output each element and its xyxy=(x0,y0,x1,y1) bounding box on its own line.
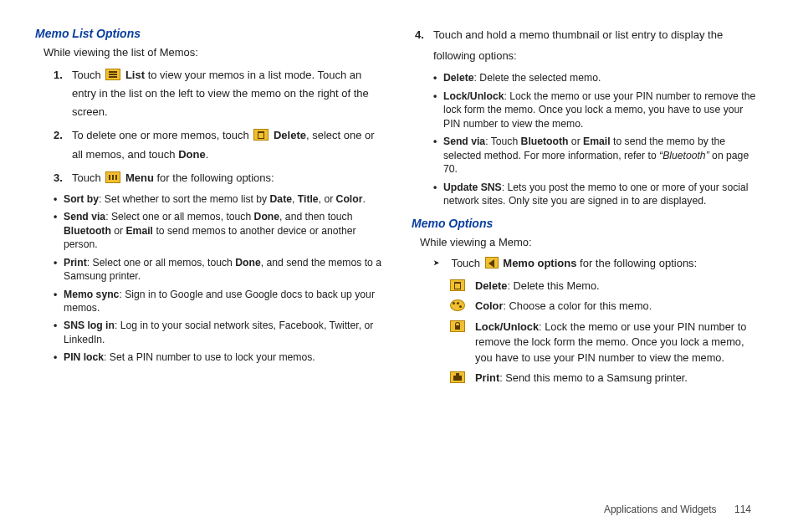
option-memo-sync: Memo sync: Sign in to Google and use Goo… xyxy=(54,288,386,315)
list-icon xyxy=(105,69,120,80)
opt-name: Lock/Unlock xyxy=(443,90,504,102)
step-text: for the following options: xyxy=(154,171,274,184)
opt-text: : Select one or all memos, touch xyxy=(87,257,235,269)
heading-memo-options: Memo Options xyxy=(412,215,763,232)
heading-memo-list-options: Memo List Options xyxy=(35,25,386,42)
intro-text: While viewing the list of Memos: xyxy=(43,45,386,61)
hold-option-delete: Delete: Delete the selected memo. xyxy=(433,71,763,84)
hold-option-lock-unlock: Lock/Unlock: Lock the memo or use your P… xyxy=(433,90,763,130)
step-text: Touch xyxy=(72,171,104,184)
section-name: Applications and Widgets xyxy=(604,504,717,515)
step-text: Touch xyxy=(72,69,104,81)
option-pin-lock: PIN lock: Set a PIN number to use to loc… xyxy=(54,350,386,364)
opt-text: : Set a PIN number to use to lock your m… xyxy=(104,351,315,363)
opt-name: Print xyxy=(475,371,499,384)
option-sort-by: Sort by: Set whether to sort the memo li… xyxy=(54,192,386,206)
opt-text: : Send this memo to a Samsung printer. xyxy=(499,371,688,384)
delete-icon xyxy=(253,129,269,141)
opt-key: Bluetooth xyxy=(521,136,569,147)
hold-option-update-sns: Update SNS: Lets you post the memo to on… xyxy=(433,181,763,208)
manual-page: Memo List Options While viewing the list… xyxy=(0,0,798,532)
page-footer: Applications and Widgets 114 xyxy=(604,504,751,515)
step-number: 3. xyxy=(54,169,63,187)
palette-icon xyxy=(450,299,465,311)
hold-option-send-via: Send via: Touch Bluetooth or Email to se… xyxy=(433,135,763,176)
hold-options-list: Delete: Delete the selected memo. Lock/U… xyxy=(433,71,763,207)
opt-key: Bluetooth xyxy=(64,225,111,237)
opt-text: : Choose a color for this memo. xyxy=(503,299,652,312)
done-label: Done xyxy=(178,148,206,161)
menu-label: Menu xyxy=(122,171,154,184)
menu-options-list: Sort by: Set whether to sort the memo li… xyxy=(54,192,386,365)
opt-name: Memo sync xyxy=(64,289,119,300)
opt-name: Sort by xyxy=(64,193,99,205)
reference-italic: “Bluetooth” xyxy=(659,150,712,161)
delete-label: Delete xyxy=(270,129,306,141)
opt-key: Done xyxy=(235,257,260,269)
delete-icon xyxy=(450,279,465,291)
memo-options-label: Memo options xyxy=(500,257,577,269)
step-number: 4. xyxy=(415,25,424,46)
opt-name: Send via xyxy=(443,136,485,147)
memo-option-delete: Delete: Delete this Memo. xyxy=(448,279,763,294)
opt-key: Date xyxy=(270,193,292,205)
opt-name: Send via xyxy=(64,211,105,223)
touch-text: Touch xyxy=(451,257,483,269)
opt-name: Print xyxy=(64,257,87,269)
opt-name: Delete xyxy=(443,72,474,84)
opt-name: Lock/Unlock xyxy=(475,320,539,333)
option-send-via: Send via: Select one or all memos, touch… xyxy=(54,210,386,251)
intro-text-2: While viewing a Memo: xyxy=(420,235,763,251)
step-number: 2. xyxy=(54,126,63,145)
memo-option-color: Color: Choose a color for this memo. xyxy=(448,299,763,315)
opt-key: Email xyxy=(583,136,611,147)
two-column-layout: Memo List Options While viewing the list… xyxy=(35,25,763,494)
memo-option-print: Print: Send this memo to a Samsung print… xyxy=(448,371,763,386)
right-column: 4. Touch and hold a memo thumbnail or li… xyxy=(412,25,763,494)
opt-text: or xyxy=(111,225,126,237)
opt-key: Done xyxy=(254,211,279,223)
option-print: Print: Select one or all memos, touch Do… xyxy=(54,256,386,284)
step-2: 2. To delete one or more memos, touch De… xyxy=(54,126,386,163)
step-3: 3. Touch Menu for the following options: xyxy=(54,169,386,187)
step-number: 1. xyxy=(54,66,63,84)
opt-text: . xyxy=(362,193,365,205)
opt-key: Email xyxy=(125,225,153,237)
step-4: 4. Touch and hold a memo thumbnail or li… xyxy=(415,25,763,66)
opt-text: , or xyxy=(319,193,336,205)
step-text: Touch and hold a memo thumbnail or list … xyxy=(433,28,723,62)
opt-text: , xyxy=(292,193,298,205)
touch-text: for the following options: xyxy=(576,257,697,269)
opt-name: Color xyxy=(475,299,503,312)
numbered-steps-continued: 4. Touch and hold a memo thumbnail or li… xyxy=(415,25,763,66)
step-1: 1. Touch List to view your memos in a li… xyxy=(54,66,386,121)
numbered-steps: 1. Touch List to view your memos in a li… xyxy=(54,66,386,187)
opt-key: Title xyxy=(298,193,319,205)
opt-name: SNS log in xyxy=(64,320,115,331)
step-text: . xyxy=(206,148,209,161)
print-icon xyxy=(450,371,465,383)
opt-text: : Delete this Memo. xyxy=(507,279,599,292)
opt-text: : Touch xyxy=(485,136,520,147)
list-label: List xyxy=(122,69,145,81)
menu-icon xyxy=(105,171,120,183)
opt-text: : Set whether to sort the memo list by xyxy=(99,193,270,205)
step-text: To delete one or more memos, touch xyxy=(72,129,252,141)
option-sns-login: SNS log in: Log in to your social networ… xyxy=(54,319,386,346)
opt-name: Delete xyxy=(475,279,507,292)
touch-instruction: ➤ Touch Memo options for the following o… xyxy=(433,256,763,272)
opt-key: Color xyxy=(336,193,363,205)
memo-option-lock-unlock: Lock/Unlock: Lock the memo or use your P… xyxy=(448,320,763,366)
opt-text: , and then touch xyxy=(279,211,352,223)
arrow-marker-icon: ➤ xyxy=(433,256,443,272)
page-number: 114 xyxy=(734,504,751,515)
opt-text: : Delete the selected memo. xyxy=(474,72,601,84)
left-column: Memo List Options While viewing the list… xyxy=(35,25,386,494)
opt-name: PIN lock xyxy=(64,351,104,363)
lock-icon xyxy=(450,320,465,332)
opt-text: : Select one or all memos, touch xyxy=(105,211,253,223)
opt-name: Update SNS xyxy=(443,182,502,193)
opt-text: or xyxy=(568,136,583,147)
memo-options-icon xyxy=(485,257,499,269)
